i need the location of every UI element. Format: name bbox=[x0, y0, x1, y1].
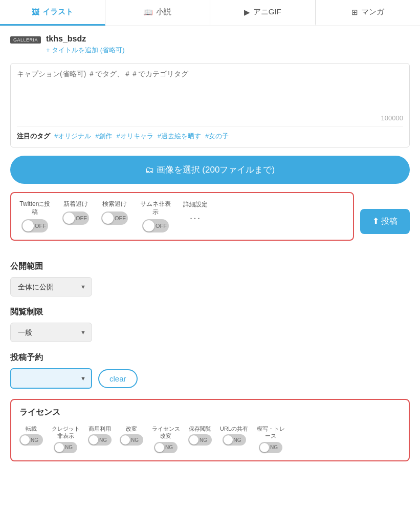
license-url-label: URLの共有 bbox=[220, 425, 248, 432]
toggle-new-avoid: 新着避け OFF bbox=[62, 200, 89, 225]
license-section: ライセンス 転載 NG クレジット非表示 NG 商用利用 bbox=[10, 399, 410, 461]
license-modify-label: 改変 bbox=[126, 425, 137, 432]
license-item-commercial: 商用利用 NG bbox=[88, 425, 112, 446]
schedule-select[interactable] bbox=[10, 368, 92, 389]
visibility-title: 公開範囲 bbox=[10, 261, 410, 272]
license-trace-toggle[interactable]: NG bbox=[259, 442, 282, 453]
license-save-state: NG bbox=[200, 437, 207, 443]
anigif-icon: ▶ bbox=[244, 8, 250, 17]
user-area: GALLERIA tkhs_bsdz + タイトルを追加 (省略可) bbox=[10, 34, 410, 55]
license-modify-knob bbox=[121, 435, 130, 444]
toggle-new-avoid-state: OFF bbox=[76, 215, 87, 221]
license-credit-toggle[interactable]: NG bbox=[54, 442, 77, 453]
license-commercial-toggle[interactable]: NG bbox=[88, 434, 112, 446]
license-title: ライセンス bbox=[19, 407, 401, 418]
visibility-select-wrapper: 全体に公開 フォロワーのみ 非公開 bbox=[10, 277, 92, 297]
license-url-state: NG bbox=[234, 437, 241, 443]
toggle-twitter: Twitterに投稿 OFF bbox=[19, 200, 50, 232]
license-save-label: 保存閲覧 bbox=[189, 425, 211, 432]
license-credit-state: NG bbox=[65, 444, 73, 450]
toggles-row: Twitterに投稿 OFF 新着避け OFF 検索避け bbox=[19, 200, 208, 232]
license-url-toggle[interactable]: NG bbox=[223, 434, 246, 446]
tag-1[interactable]: #創作 bbox=[95, 132, 112, 141]
illust-icon: 🖼 bbox=[32, 8, 39, 16]
license-transfer-toggle[interactable]: NG bbox=[19, 434, 43, 446]
license-transfer-state: NG bbox=[31, 437, 38, 443]
toggle-twitter-knob bbox=[23, 220, 34, 231]
license-item-transfer: 転載 NG bbox=[19, 425, 43, 446]
caption-input[interactable] bbox=[17, 70, 403, 111]
tag-3[interactable]: #過去絵を晒す bbox=[158, 132, 201, 141]
toggle-new-avoid-knob bbox=[63, 213, 75, 224]
license-url-knob bbox=[224, 435, 233, 444]
toggles-row-wrapper: Twitterに投稿 OFF 新着避け OFF 検索避け bbox=[10, 192, 354, 241]
visibility-section: 公開範囲 全体に公開 フォロワーのみ 非公開 bbox=[10, 261, 410, 297]
select-image-button[interactable]: 🗂 画像を選択 (200ファイルまで) bbox=[10, 156, 410, 184]
license-item-modify: 改変 NG bbox=[120, 425, 143, 446]
manga-icon: ⊞ bbox=[351, 8, 358, 17]
toggle-search-avoid-switch[interactable]: OFF bbox=[101, 211, 128, 225]
schedule-select-wrapper bbox=[10, 368, 92, 389]
galleria-badge: GALLERIA bbox=[10, 36, 41, 44]
toggle-search-avoid-label: 検索避け bbox=[102, 200, 127, 208]
age-restriction-select[interactable]: 一般 R-15 R-18 bbox=[10, 323, 92, 342]
tag-2[interactable]: #オリキャラ bbox=[116, 132, 153, 141]
license-save-knob bbox=[189, 435, 198, 444]
toggle-thumbnail-label: サムネ非表示 bbox=[140, 200, 171, 216]
tab-manga[interactable]: ⊞ マンガ bbox=[316, 0, 421, 26]
toggle-thumbnail-state: OFF bbox=[156, 223, 167, 229]
license-toggles: 転載 NG クレジット非表示 NG 商用利用 NG bbox=[19, 425, 401, 453]
license-modify-state: NG bbox=[131, 437, 139, 443]
age-restriction-title: 閲覧制限 bbox=[10, 307, 410, 318]
more-settings-label: 詳細設定 bbox=[183, 200, 208, 209]
toggle-search-avoid-knob bbox=[102, 213, 114, 224]
toggle-search-avoid-state: OFF bbox=[115, 215, 126, 221]
toggle-new-avoid-switch[interactable]: OFF bbox=[62, 211, 89, 225]
tab-illust-label: イラスト bbox=[42, 7, 73, 17]
tab-illust[interactable]: 🖼 イラスト bbox=[0, 0, 105, 26]
license-commercial-label: 商用利用 bbox=[89, 425, 111, 432]
tab-anigif[interactable]: ▶ アニGIF bbox=[210, 0, 316, 26]
tab-manga-label: マンガ bbox=[361, 7, 384, 17]
license-license-mod-state: NG bbox=[165, 444, 173, 450]
toggle-twitter-switch[interactable]: OFF bbox=[21, 219, 48, 232]
license-license-mod-knob bbox=[155, 443, 164, 452]
trending-tags: 注目のタグ #オリジナル #創作 #オリキャラ #過去絵を晒す #女の子 bbox=[17, 126, 403, 141]
toggle-thumbnail: サムネ非表示 OFF bbox=[140, 200, 171, 232]
more-settings-btn[interactable]: 詳細設定 ··· bbox=[183, 200, 208, 224]
caption-count: 100000 bbox=[17, 114, 403, 122]
toggle-twitter-label: Twitterに投稿 bbox=[19, 200, 50, 216]
tab-bar: 🖼 イラスト 📖 小説 ▶ アニGIF ⊞ マンガ bbox=[0, 0, 420, 26]
license-trace-label: 模写・トレース bbox=[256, 425, 285, 440]
username: tkhs_bsdz bbox=[46, 34, 124, 44]
schedule-row: clear bbox=[10, 368, 410, 389]
more-dots-icon: ··· bbox=[190, 212, 202, 224]
clear-button[interactable]: clear bbox=[98, 369, 138, 388]
toggle-new-avoid-label: 新着避け bbox=[63, 200, 88, 208]
tab-novel-label: 小説 bbox=[156, 7, 171, 17]
license-item-trace: 模写・トレース NG bbox=[256, 425, 285, 453]
license-trace-knob bbox=[260, 443, 269, 452]
license-license-mod-toggle[interactable]: NG bbox=[154, 442, 178, 453]
license-modify-toggle[interactable]: NG bbox=[120, 434, 143, 446]
license-item-license-mod: ライセンス改変 NG bbox=[151, 425, 180, 453]
toggle-thumbnail-switch[interactable]: OFF bbox=[142, 219, 169, 232]
add-title-link[interactable]: + タイトルを追加 (省略可) bbox=[46, 46, 124, 55]
license-save-toggle[interactable]: NG bbox=[188, 434, 212, 446]
caption-area: 100000 注目のタグ #オリジナル #創作 #オリキャラ #過去絵を晒す #… bbox=[10, 63, 410, 147]
post-button[interactable]: ⬆ 投稿 bbox=[360, 209, 410, 234]
tag-4[interactable]: #女の子 bbox=[205, 132, 229, 141]
schedule-section: 投稿予約 clear bbox=[10, 352, 410, 389]
toggle-search-avoid: 検索避け OFF bbox=[101, 200, 128, 225]
tab-novel[interactable]: 📖 小説 bbox=[105, 0, 211, 26]
age-restriction-select-wrapper: 一般 R-15 R-18 bbox=[10, 323, 92, 342]
visibility-select[interactable]: 全体に公開 フォロワーのみ 非公開 bbox=[10, 277, 92, 297]
license-credit-knob bbox=[55, 443, 64, 452]
license-item-url: URLの共有 NG bbox=[220, 425, 248, 446]
tag-0[interactable]: #オリジナル bbox=[54, 132, 91, 141]
license-commercial-knob bbox=[89, 435, 98, 444]
license-transfer-knob bbox=[20, 435, 30, 444]
novel-icon: 📖 bbox=[143, 8, 153, 17]
toggle-thumbnail-knob bbox=[143, 220, 154, 231]
tab-anigif-label: アニGIF bbox=[253, 7, 281, 17]
